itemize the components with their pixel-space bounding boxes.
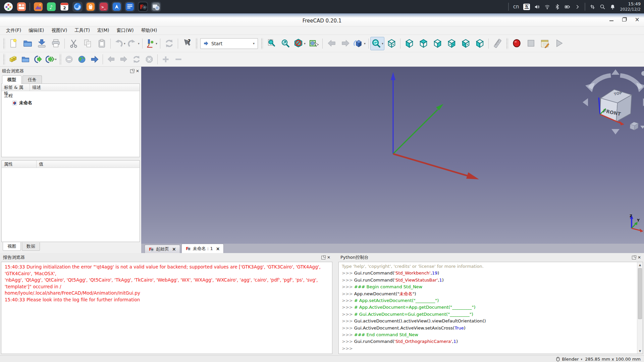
export-as[interactable]: ▾ bbox=[45, 53, 58, 65]
print-document[interactable] bbox=[49, 37, 63, 50]
paste[interactable] bbox=[95, 37, 109, 50]
input-method-indicator[interactable]: 五 bbox=[523, 4, 530, 10]
minimize-button[interactable] bbox=[609, 18, 613, 21]
tree-col-labels[interactable]: 标签 & 属性 bbox=[2, 84, 30, 91]
open-folder[interactable] bbox=[19, 53, 32, 65]
taskbar-app-file-manager[interactable] bbox=[112, 2, 122, 12]
taskbar-app-dock-settings[interactable] bbox=[16, 2, 26, 12]
tree-item-document[interactable]: 未命名 bbox=[4, 99, 137, 107]
rear-view[interactable] bbox=[444, 37, 459, 50]
browser-forward[interactable] bbox=[117, 53, 130, 65]
float-panel-icon[interactable] bbox=[130, 69, 134, 73]
taskbar-app-music[interactable]: ♪ bbox=[46, 2, 56, 12]
close-tab-icon[interactable]: × bbox=[216, 246, 220, 251]
macro-edit[interactable] bbox=[538, 37, 552, 50]
console-scrollbar[interactable]: ▲ ▼ bbox=[637, 262, 643, 354]
3d-viewport[interactable]: TOP FRONT bbox=[141, 67, 644, 253]
tab-model[interactable]: 模型 bbox=[2, 75, 21, 84]
top-view[interactable] bbox=[416, 37, 430, 50]
maximize-button[interactable] bbox=[622, 18, 626, 21]
dock-splitter[interactable] bbox=[333, 253, 337, 355]
new-document[interactable] bbox=[6, 37, 20, 50]
save-document[interactable] bbox=[35, 37, 49, 50]
cut[interactable] bbox=[66, 37, 80, 50]
toolbar-grip[interactable] bbox=[3, 38, 5, 49]
tab-tasks[interactable]: 任务 bbox=[22, 75, 42, 84]
clock[interactable]: 15:49 2022/12/2 bbox=[620, 1, 641, 12]
macro-stop[interactable] bbox=[524, 37, 538, 50]
right-view[interactable] bbox=[430, 37, 444, 50]
property-col-name[interactable]: 属性 bbox=[2, 161, 37, 168]
open-website[interactable] bbox=[75, 53, 88, 65]
taskbar-app-app-store[interactable] bbox=[86, 2, 96, 12]
toolbar-grip[interactable] bbox=[3, 54, 5, 65]
bluetooth-icon[interactable] bbox=[554, 4, 560, 10]
bell-icon[interactable] bbox=[610, 4, 615, 10]
wifi-icon[interactable] bbox=[544, 4, 550, 10]
taskbar-app-freecad[interactable]: F bbox=[138, 2, 148, 12]
axonometric-view[interactable] bbox=[384, 37, 398, 50]
placement[interactable]: ▾ bbox=[144, 37, 158, 50]
zoom-tools[interactable]: ▾ bbox=[370, 37, 384, 50]
taskbar-app-app-launcher[interactable] bbox=[3, 2, 13, 12]
volume-icon[interactable] bbox=[534, 4, 540, 10]
go[interactable] bbox=[88, 53, 101, 65]
toolbar-grip[interactable] bbox=[195, 38, 198, 49]
3d-view[interactable]: TOP FRONT bbox=[141, 67, 644, 244]
doc-tab-start-page[interactable]: F 起始页 × bbox=[145, 245, 180, 253]
zoom-out[interactable] bbox=[172, 53, 185, 65]
close-panel-icon[interactable]: ✕ bbox=[638, 256, 641, 259]
browser-stop[interactable] bbox=[143, 53, 156, 65]
browser-back[interactable] bbox=[105, 53, 117, 65]
toolbar-grip[interactable] bbox=[506, 38, 508, 49]
doc-tab-current-document[interactable]: F 未命名 : 1 × bbox=[181, 244, 224, 253]
tree-col-description[interactable]: 描述 bbox=[30, 84, 140, 91]
nav-forward[interactable] bbox=[338, 37, 353, 50]
export[interactable] bbox=[32, 53, 45, 65]
measure-distance[interactable] bbox=[490, 37, 504, 50]
navigation-cube[interactable]: TOP FRONT bbox=[583, 69, 644, 134]
toolbar-grip[interactable] bbox=[261, 38, 263, 49]
taskbar-app-calendar[interactable]: 2 bbox=[59, 2, 69, 12]
selection-view[interactable] bbox=[307, 37, 321, 50]
taskbar-app-browser[interactable] bbox=[72, 2, 83, 12]
taskbar-app-terminal[interactable]: >_ bbox=[99, 2, 109, 12]
scroll-down-icon[interactable]: ▼ bbox=[637, 348, 643, 354]
battery-icon[interactable] bbox=[565, 4, 570, 10]
scrollbar-thumb[interactable] bbox=[638, 268, 642, 319]
bottom-view[interactable] bbox=[459, 37, 473, 50]
float-panel-icon[interactable] bbox=[321, 256, 325, 259]
capture-icon[interactable] bbox=[590, 4, 595, 10]
taskbar-app-text-editor[interactable] bbox=[125, 2, 135, 12]
fit-all[interactable] bbox=[264, 37, 278, 50]
scroll-up-icon[interactable]: ▲ bbox=[637, 262, 643, 267]
keyboard-layout[interactable]: cn bbox=[513, 4, 519, 10]
fit-selection[interactable] bbox=[278, 37, 292, 50]
tree-root-application[interactable]: 工程 bbox=[4, 93, 137, 99]
macro-play[interactable] bbox=[552, 37, 566, 50]
draw-style[interactable]: ▾ bbox=[292, 37, 307, 50]
refresh[interactable] bbox=[162, 37, 176, 50]
python-console-log[interactable]: Type 'help', 'copyright', 'credits' or '… bbox=[339, 262, 643, 353]
close-button[interactable]: × bbox=[635, 17, 639, 22]
workbench-selector[interactable]: Start▾ bbox=[200, 38, 258, 49]
left-view[interactable] bbox=[473, 37, 487, 50]
copy[interactable] bbox=[80, 37, 95, 50]
float-panel-icon[interactable] bbox=[632, 256, 636, 259]
chevron-icon[interactable] bbox=[575, 4, 580, 10]
close-panel-icon[interactable]: ✕ bbox=[136, 69, 139, 73]
tab-view[interactable]: 视图 bbox=[3, 242, 21, 251]
toolbar-grip[interactable] bbox=[59, 54, 61, 65]
taskbar-app-photos[interactable] bbox=[33, 2, 43, 12]
window-titlebar[interactable]: FreeCAD 0.20.1 × bbox=[0, 13, 644, 26]
web-page[interactable] bbox=[63, 53, 75, 65]
isometric-view[interactable]: ▾ bbox=[353, 37, 367, 50]
front-view[interactable] bbox=[402, 37, 416, 50]
close-panel-icon[interactable]: ✕ bbox=[327, 256, 330, 259]
search-icon[interactable] bbox=[600, 4, 605, 10]
close-tab-icon[interactable]: × bbox=[172, 246, 176, 252]
property-col-value[interactable]: 值 bbox=[37, 161, 140, 168]
navigation-style-selector[interactable]: Blender ▾ bbox=[556, 357, 582, 362]
start-page[interactable] bbox=[6, 53, 19, 65]
taskbar-app-screenshot-tool[interactable] bbox=[151, 2, 161, 12]
